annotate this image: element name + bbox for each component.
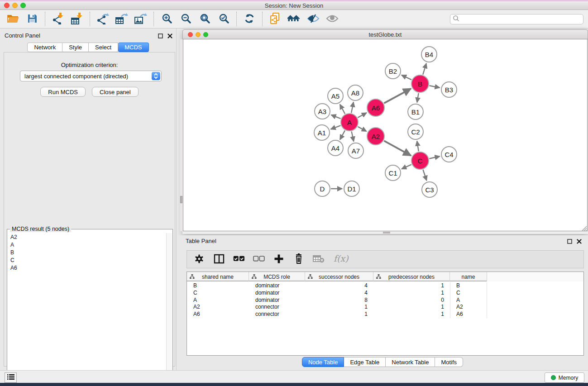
result-item[interactable]: A6 xyxy=(8,264,167,272)
graph-node-A7[interactable]: A7 xyxy=(348,143,364,159)
graph-node-C3[interactable]: C3 xyxy=(421,181,438,198)
graph-node-A4[interactable]: A4 xyxy=(327,140,344,156)
tab-node-table[interactable]: Node Table xyxy=(302,357,344,367)
graph-node-A1[interactable]: A1 xyxy=(314,124,330,141)
cell-successor-nodes[interactable]: 8 xyxy=(305,297,373,304)
cell-shared-name[interactable]: A2 xyxy=(187,304,249,311)
tab-edge-table[interactable]: Edge Table xyxy=(344,357,386,367)
graph-node-C2[interactable]: C2 xyxy=(407,124,424,140)
graph-node-B1[interactable]: B1 xyxy=(407,104,424,120)
criterion-select[interactable]: largest connected component (directed) xyxy=(20,71,162,81)
graph-node-A6[interactable]: A6 xyxy=(367,99,385,117)
cell-shared-name[interactable]: C xyxy=(187,290,249,297)
column-header-successor-nodes[interactable]: successor nodes xyxy=(305,272,373,281)
tab-select[interactable]: Select xyxy=(89,43,118,52)
cell-name[interactable]: A xyxy=(450,297,487,304)
graph-node-D1[interactable]: D1 xyxy=(344,181,360,197)
tab-mcds[interactable]: MCDS xyxy=(118,43,148,52)
tab-network-table[interactable]: Network Table xyxy=(386,357,435,367)
cell-name[interactable]: A6 xyxy=(450,311,487,318)
graph-node-A3[interactable]: A3 xyxy=(314,103,330,119)
table-row-A2[interactable]: A2connector11A2 xyxy=(187,304,583,311)
result-item[interactable]: B xyxy=(8,248,167,256)
vertical-scroll-thumb[interactable] xyxy=(180,196,182,203)
cell-MCDS-role[interactable]: dominator xyxy=(249,297,305,304)
cell-shared-name[interactable]: A6 xyxy=(187,311,249,318)
delete-column-button[interactable] xyxy=(292,253,306,266)
close-table-panel-icon[interactable] xyxy=(577,238,582,246)
home-button[interactable] xyxy=(285,11,304,27)
zoom-in-button[interactable] xyxy=(157,11,176,27)
cell-successor-nodes[interactable]: 4 xyxy=(305,290,373,297)
cell-predecessor-nodes[interactable]: 1 xyxy=(373,282,450,290)
add-column-button[interactable] xyxy=(272,253,286,266)
export-table-button[interactable] xyxy=(112,11,131,27)
graph-node-B4[interactable]: B4 xyxy=(421,46,437,62)
export-image-button[interactable] xyxy=(131,11,150,27)
refresh-button[interactable] xyxy=(240,11,259,27)
cell-name[interactable]: C xyxy=(450,290,487,297)
network-canvas[interactable]: B4B2BB3A8A5A6A3B1AA1C2A2A4A7C4CC1C3DD1 xyxy=(183,39,588,231)
graph-node-B3[interactable]: B3 xyxy=(441,81,457,98)
duplicate-network-button[interactable] xyxy=(266,11,285,27)
split-view-button[interactable] xyxy=(212,253,226,266)
memory-button[interactable]: Memory xyxy=(545,372,584,383)
import-network-button[interactable] xyxy=(48,11,67,27)
cell-MCDS-role[interactable]: connector xyxy=(249,304,305,311)
graph-node-C1[interactable]: C1 xyxy=(385,165,401,181)
cell-predecessor-nodes[interactable]: 1 xyxy=(373,290,450,297)
graph-node-B[interactable]: B xyxy=(411,75,429,93)
function-button[interactable]: f(x) xyxy=(332,253,352,266)
cell-shared-name[interactable]: B xyxy=(187,282,249,290)
graph-node-C4[interactable]: C4 xyxy=(441,146,457,162)
horizontal-scroll-thumb[interactable] xyxy=(383,232,390,234)
zoom-selected-button[interactable] xyxy=(214,11,233,27)
delete-table-button[interactable] xyxy=(312,253,325,266)
cell-name[interactable]: A2 xyxy=(450,304,487,311)
save-session-button[interactable] xyxy=(23,11,42,27)
column-header-MCDS-role[interactable]: MCDS role xyxy=(249,272,305,281)
cell-successor-nodes[interactable]: 1 xyxy=(305,311,373,318)
cell-successor-nodes[interactable]: 4 xyxy=(305,282,373,290)
cell-predecessor-nodes[interactable]: 1 xyxy=(373,311,450,318)
column-header-shared-name[interactable]: shared name xyxy=(187,272,249,281)
table-row-C[interactable]: Cdominator41C xyxy=(187,290,583,297)
table-row-A6[interactable]: A6connector11A6 xyxy=(187,311,583,318)
graph-node-A8[interactable]: A8 xyxy=(347,85,363,101)
cell-MCDS-role[interactable]: dominator xyxy=(249,282,305,290)
import-table-button[interactable] xyxy=(67,11,86,27)
tab-network[interactable]: Network xyxy=(27,43,62,52)
result-item[interactable]: C xyxy=(8,256,167,264)
cell-MCDS-role[interactable]: dominator xyxy=(249,290,305,297)
result-item[interactable]: A2 xyxy=(8,233,167,241)
table-row-A[interactable]: Adominator80A xyxy=(187,297,583,304)
search-box[interactable] xyxy=(450,14,583,24)
graph-node-A[interactable]: A xyxy=(340,113,359,131)
cell-successor-nodes[interactable]: 1 xyxy=(305,304,373,311)
resize-grip-icon[interactable] xyxy=(581,225,587,231)
node-table[interactable]: shared nameMCDS rolesuccessor nodesprede… xyxy=(186,272,584,356)
cell-predecessor-nodes[interactable]: 0 xyxy=(373,297,450,304)
hide-selected-button[interactable] xyxy=(304,11,323,27)
run-mcds-button[interactable]: Run MCDS xyxy=(40,87,86,97)
result-scrollbar[interactable] xyxy=(166,233,172,385)
search-input[interactable] xyxy=(460,15,583,24)
tab-style[interactable]: Style xyxy=(62,43,89,52)
graph-node-A2[interactable]: A2 xyxy=(367,127,385,145)
zoom-out-button[interactable] xyxy=(176,11,195,27)
network-vertical-scrollbar[interactable] xyxy=(180,39,182,231)
column-header-predecessor-nodes[interactable]: predecessor nodes xyxy=(373,272,450,281)
cell-name[interactable]: B xyxy=(450,282,487,290)
cell-MCDS-role[interactable]: connector xyxy=(249,311,305,318)
network-window-titlebar[interactable]: testGlobe.txt xyxy=(182,29,588,39)
float-table-panel-icon[interactable] xyxy=(567,238,572,246)
graph-node-A5[interactable]: A5 xyxy=(327,88,344,104)
graph-node-D[interactable]: D xyxy=(314,181,330,197)
graph-node-B2[interactable]: B2 xyxy=(385,63,401,79)
tab-motifs[interactable]: Motifs xyxy=(435,357,463,367)
export-network-button[interactable] xyxy=(93,11,112,27)
network-horizontal-scrollbar[interactable] xyxy=(183,231,588,234)
show-all-button[interactable] xyxy=(323,11,342,27)
cell-predecessor-nodes[interactable]: 1 xyxy=(373,304,450,311)
task-history-button[interactable] xyxy=(5,372,17,383)
